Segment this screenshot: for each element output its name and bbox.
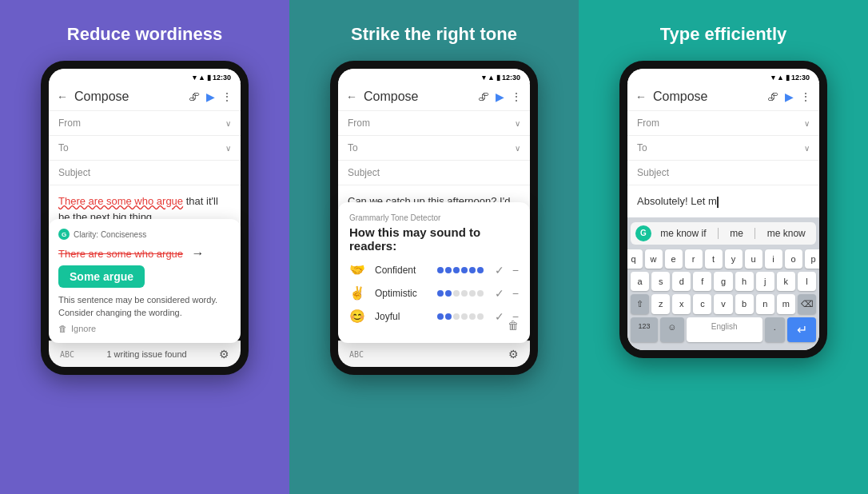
key-b[interactable]: b: [735, 294, 754, 314]
subject-field-1[interactable]: Subject: [49, 161, 241, 185]
key-h[interactable]: h: [735, 272, 754, 291]
dot: [445, 267, 452, 273]
key-t[interactable]: t: [705, 249, 723, 269]
to-field-1[interactable]: To ∨: [49, 136, 241, 161]
signal-icon-3: ▲: [777, 74, 784, 82]
key-y[interactable]: y: [725, 249, 743, 269]
status-bar-2: ▾ ▲ ▮ 12:30: [338, 69, 530, 83]
key-s[interactable]: s: [651, 272, 670, 291]
optimistic-minus: −: [512, 287, 519, 300]
back-icon-3[interactable]: ←: [635, 90, 647, 103]
key-k[interactable]: k: [777, 272, 795, 291]
key-v[interactable]: v: [714, 294, 732, 314]
compose-title-1: Compose: [74, 90, 182, 104]
key-shift[interactable]: ⇧: [631, 294, 649, 314]
keyboard-row-2: a s d f g h j k l: [631, 272, 816, 291]
key-f[interactable]: f: [693, 272, 711, 291]
bottom-bar-2: ABC ⚙: [338, 341, 530, 367]
key-e[interactable]: e: [665, 249, 683, 269]
tone-row-optimistic: ✌️ Optimistic ✓ −: [349, 285, 519, 301]
key-backspace[interactable]: ⌫: [798, 294, 816, 314]
dot: [453, 313, 460, 320]
wifi-icon-3: ▾: [771, 74, 775, 82]
key-c[interactable]: c: [693, 294, 711, 314]
back-icon-1[interactable]: ←: [57, 90, 68, 103]
autocomplete-3[interactable]: me know: [767, 228, 806, 239]
suggestion-button[interactable]: Some argue: [58, 265, 145, 288]
suggestion-badge: Clarity: Conciseness: [58, 229, 231, 240]
keyboard-area: G me know if me me know q w e r t: [627, 217, 819, 350]
back-icon-2[interactable]: ←: [346, 90, 357, 103]
battery-icon-2: ▮: [496, 74, 500, 82]
tone-trash-icon[interactable]: 🗑: [508, 319, 519, 332]
key-j[interactable]: j: [756, 272, 774, 291]
key-x[interactable]: x: [672, 294, 691, 314]
keyboard-row-1: q w e r t y u i o p: [631, 249, 816, 269]
key-u[interactable]: u: [745, 249, 762, 269]
to-field-2[interactable]: To ∨: [338, 136, 530, 161]
writing-issues-text: 1 writing issue found: [79, 349, 214, 359]
from-field-2[interactable]: From ∨: [338, 111, 530, 136]
from-field-3[interactable]: From ∨: [627, 111, 819, 136]
key-period[interactable]: .: [765, 317, 785, 342]
more-icon-3[interactable]: ⋮: [800, 90, 811, 103]
more-icon-2[interactable]: ⋮: [511, 90, 522, 103]
key-d[interactable]: d: [672, 272, 691, 291]
key-g[interactable]: g: [714, 272, 732, 291]
from-field-1[interactable]: From ∨: [49, 111, 241, 136]
subject-field-3[interactable]: Subject: [627, 161, 819, 185]
panel-strike-tone: Strike the right tone ▾ ▲ ▮ 12:30 ← Comp…: [289, 0, 579, 494]
phone-2: ▾ ▲ ▮ 12:30 ← Compose 🖇 ▶ ⋮ From ∨: [330, 61, 538, 375]
gear-icon-1[interactable]: ⚙: [219, 348, 229, 361]
trash-icon-suggest[interactable]: 🗑: [58, 324, 67, 333]
key-r[interactable]: r: [685, 249, 703, 269]
to-field-3[interactable]: To ∨: [627, 136, 819, 161]
from-label-1: From: [58, 118, 225, 129]
attach-icon-3[interactable]: 🖇: [767, 90, 778, 103]
key-n[interactable]: n: [756, 294, 774, 314]
more-icon-1[interactable]: ⋮: [221, 90, 233, 103]
key-p[interactable]: p: [805, 249, 820, 269]
panel-reduce-wordiness: Reduce wordiness ▾ ▲ ▮ 12:30 ← Compose 🖇…: [0, 0, 289, 494]
compose-title-3: Compose: [653, 90, 761, 104]
dot: [469, 290, 476, 297]
ignore-label[interactable]: Ignore: [71, 324, 96, 333]
key-m[interactable]: m: [777, 294, 795, 314]
key-a[interactable]: a: [631, 272, 649, 291]
joyful-check: ✓: [495, 310, 504, 323]
status-bar-3: ▾ ▲ ▮ 12:30: [627, 69, 819, 83]
autocomplete-suggestions: me know if me me know: [655, 228, 811, 239]
key-123[interactable]: 123: [631, 317, 658, 342]
dot: [453, 267, 460, 273]
panel-type-efficiently: Type efficiently ▾ ▲ ▮ 12:30 ← Compose 🖇…: [579, 0, 868, 494]
autocomplete-1[interactable]: me know if: [660, 228, 706, 239]
attach-icon-2[interactable]: 🖇: [478, 90, 489, 103]
battery-icon-3: ▮: [786, 74, 790, 82]
key-space[interactable]: English: [687, 317, 762, 342]
key-l[interactable]: l: [798, 272, 816, 291]
send-icon-2[interactable]: ▶: [496, 90, 504, 103]
key-w[interactable]: w: [645, 249, 663, 269]
key-emoji[interactable]: ☺: [660, 317, 684, 342]
key-i[interactable]: i: [765, 249, 782, 269]
send-icon-1[interactable]: ▶: [206, 90, 215, 103]
dot: [477, 267, 484, 273]
strikethrough-text: There are some who argue: [58, 248, 183, 260]
attach-icon-1[interactable]: 🖇: [189, 90, 200, 103]
separator-2: [755, 228, 755, 239]
gear-icon-2[interactable]: ⚙: [508, 348, 519, 361]
to-chevron-2: ∨: [515, 144, 520, 153]
compose-header-3: ← Compose 🖇 ▶ ⋮: [627, 83, 819, 111]
from-label-3: From: [637, 118, 804, 129]
key-o[interactable]: o: [785, 249, 802, 269]
joyful-emoji: 😊: [349, 309, 368, 324]
dot: [469, 313, 476, 320]
send-icon-3[interactable]: ▶: [785, 90, 794, 103]
autocomplete-2[interactable]: me: [730, 228, 743, 239]
key-q[interactable]: q: [627, 249, 643, 269]
subject-field-2[interactable]: Subject: [338, 161, 530, 185]
compose-header-1: ← Compose 🖇 ▶ ⋮: [49, 83, 241, 111]
key-enter[interactable]: ↵: [787, 317, 816, 342]
dot: [461, 313, 468, 320]
key-z[interactable]: z: [651, 294, 670, 314]
